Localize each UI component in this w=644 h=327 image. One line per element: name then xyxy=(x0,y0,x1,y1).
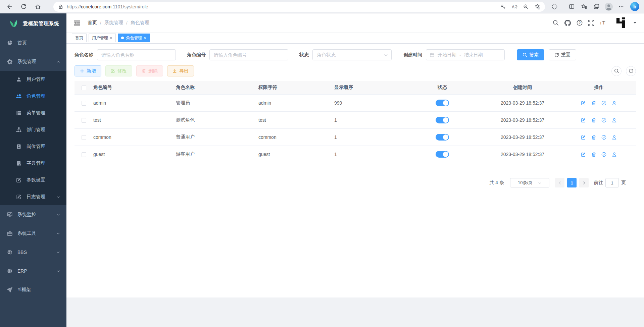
edit-icon[interactable] xyxy=(581,135,586,140)
search-icon xyxy=(523,53,527,57)
home-icon xyxy=(35,4,41,10)
export-button[interactable]: 导出 xyxy=(167,65,194,76)
status-toggle[interactable] xyxy=(436,100,449,106)
status-toggle[interactable] xyxy=(436,117,449,123)
add-favorite-star-icon[interactable] xyxy=(533,2,542,11)
sidebar-item-system-management[interactable]: 系统管理 xyxy=(0,52,66,71)
status-toggle[interactable] xyxy=(436,134,449,141)
sidebar-item-system-tools[interactable]: 系统工具 xyxy=(0,224,66,243)
browser-refresh-button[interactable] xyxy=(18,2,29,12)
caret-down-icon[interactable] xyxy=(633,22,637,24)
table-row: guest 游客用户 guest 1 2023-03-29 18:52:37 xyxy=(75,146,636,163)
profile-avatar[interactable] xyxy=(604,2,613,11)
goto-page-input[interactable] xyxy=(605,178,619,187)
help-icon[interactable]: ? xyxy=(577,20,583,26)
select-all-checkbox[interactable] xyxy=(82,86,86,90)
copilot-icon[interactable]: b xyxy=(630,2,639,11)
pagination: 共 4 条 10条/页 1 前往 页 xyxy=(75,178,636,187)
sidebar-item-home[interactable]: 首页 xyxy=(0,34,66,52)
data-scope-icon[interactable] xyxy=(601,118,606,123)
close-icon[interactable]: × xyxy=(144,36,147,40)
role-code-input[interactable] xyxy=(209,49,288,60)
date-range-picker[interactable]: 开始日期 - 结束日期 xyxy=(426,49,505,60)
tab-role-management[interactable]: 角色管理 × xyxy=(118,34,150,42)
data-scope-icon[interactable] xyxy=(601,135,606,140)
active-tab-dot xyxy=(121,37,124,39)
sidebar-item-param-settings[interactable]: 参数设置 xyxy=(0,172,66,188)
collections-icon[interactable] xyxy=(592,2,601,11)
more-options-icon[interactable] xyxy=(616,2,626,11)
data-scope-icon[interactable] xyxy=(601,101,606,106)
address-bar[interactable]: https://ccnetcore.com:1101/system/role A xyxy=(53,2,545,12)
row-checkbox[interactable] xyxy=(82,135,86,140)
close-icon[interactable]: × xyxy=(110,36,112,40)
delete-icon[interactable] xyxy=(591,118,596,123)
prev-page-button[interactable] xyxy=(555,178,564,187)
browser-back-button[interactable] xyxy=(4,2,14,12)
badge-icon xyxy=(16,144,21,149)
app-logo[interactable]: 意框架管理系统 xyxy=(0,13,66,34)
delete-icon[interactable] xyxy=(591,152,596,157)
sidebar-item-role-management[interactable]: 角色管理 xyxy=(0,88,66,105)
password-key-icon[interactable] xyxy=(499,2,507,11)
reset-button[interactable]: 重置 xyxy=(549,49,576,60)
edit-square-icon xyxy=(111,69,115,73)
split-screen-icon[interactable] xyxy=(567,2,576,11)
assign-user-icon[interactable] xyxy=(612,152,617,157)
sidebar-collapse-button[interactable] xyxy=(74,20,80,26)
status-toggle[interactable] xyxy=(436,151,449,158)
header-search-icon[interactable] xyxy=(553,20,559,26)
delete-icon[interactable] xyxy=(591,135,596,140)
page-1-button[interactable]: 1 xyxy=(567,178,577,187)
assign-user-icon[interactable] xyxy=(612,118,617,123)
sidebar-item-yi-framework[interactable]: Yi框架 xyxy=(0,280,66,299)
delete-button[interactable]: 删除 xyxy=(136,65,163,76)
github-icon[interactable] xyxy=(564,20,571,26)
fullscreen-icon[interactable] xyxy=(588,20,594,26)
extensions-icon[interactable] xyxy=(550,2,559,11)
row-checkbox[interactable] xyxy=(82,118,86,123)
sidebar-item-erp[interactable]: ERP xyxy=(0,262,66,280)
font-size-icon[interactable]: TT xyxy=(600,20,606,25)
tab-home[interactable]: 首页 xyxy=(72,34,87,42)
globe-icon xyxy=(7,250,12,255)
data-scope-icon[interactable] xyxy=(601,152,606,157)
edit-icon[interactable] xyxy=(581,152,586,157)
favorites-icon[interactable] xyxy=(579,2,589,11)
show-search-button[interactable] xyxy=(611,66,622,76)
sidebar-item-dict-management[interactable]: 字典管理 xyxy=(0,155,66,172)
sidebar-item-post-management[interactable]: 岗位管理 xyxy=(0,138,66,155)
yj-logo-icon[interactable] xyxy=(615,17,627,28)
edit-button[interactable]: 修改 xyxy=(105,65,132,76)
chevron-down-icon xyxy=(56,213,60,217)
row-operations xyxy=(562,146,636,163)
sidebar-item-log-management[interactable]: 日志管理 xyxy=(0,188,66,205)
sidebar-item-bbs[interactable]: BBS xyxy=(0,243,66,262)
top-navbar: 首页 / 系统管理 / 角色管理 ? xyxy=(66,13,644,32)
next-page-button[interactable] xyxy=(579,178,589,187)
role-name-input[interactable] xyxy=(97,49,176,60)
assign-user-icon[interactable] xyxy=(612,135,617,140)
page-size-select[interactable]: 10条/页 xyxy=(510,178,549,187)
add-button[interactable]: 新增 xyxy=(75,65,101,76)
sidebar-item-user-management[interactable]: 用户管理 xyxy=(0,71,66,88)
assign-user-icon[interactable] xyxy=(612,101,617,106)
sidebar-item-menu-management[interactable]: 菜单管理 xyxy=(0,105,66,121)
edit-icon[interactable] xyxy=(581,118,586,123)
refresh-table-button[interactable] xyxy=(626,66,636,76)
plus-icon xyxy=(80,69,84,73)
sidebar-item-dept-management[interactable]: 部门管理 xyxy=(0,121,66,138)
delete-icon[interactable] xyxy=(591,101,596,106)
edit-icon[interactable] xyxy=(581,101,586,106)
breadcrumb-home[interactable]: 首页 xyxy=(88,20,97,26)
browser-home-button[interactable] xyxy=(33,2,43,12)
row-checkbox[interactable] xyxy=(82,152,86,157)
sidebar-item-system-monitor[interactable]: 系统监控 xyxy=(0,205,66,224)
tab-user-management[interactable]: 用户管理 × xyxy=(89,34,116,42)
search-button[interactable]: 搜索 xyxy=(517,49,544,60)
read-aloud-icon[interactable]: A xyxy=(510,2,519,11)
status-select[interactable]: 角色状态 xyxy=(312,49,392,60)
screen: https://ccnetcore.com:1101/system/role A xyxy=(0,0,644,327)
zoom-out-icon[interactable] xyxy=(522,2,530,11)
row-checkbox[interactable] xyxy=(82,101,86,106)
